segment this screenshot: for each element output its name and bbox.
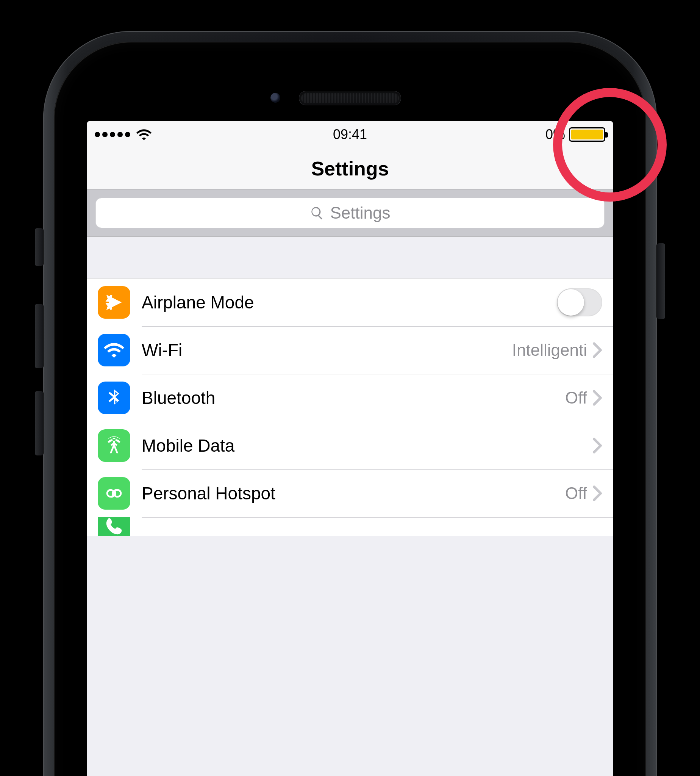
battery-fill bbox=[571, 130, 603, 139]
bluetooth-icon bbox=[98, 382, 130, 414]
row-label: Airplane Mode bbox=[142, 292, 557, 313]
search-icon bbox=[310, 206, 324, 220]
row-value: Off bbox=[565, 388, 587, 407]
row-label: Bluetooth bbox=[142, 388, 565, 408]
row-label: Mobile Data bbox=[142, 436, 587, 456]
row-bluetooth[interactable]: Bluetooth Off bbox=[87, 374, 613, 422]
cellular-signal-icon bbox=[95, 132, 130, 137]
search-placeholder: Settings bbox=[330, 204, 390, 222]
earpiece-speaker bbox=[299, 91, 401, 105]
settings-list: Airplane Mode Wi-Fi Intelligenti bbox=[87, 279, 613, 536]
status-bar: 09:41 0% bbox=[87, 121, 613, 148]
row-mobile-data[interactable]: Mobile Data bbox=[87, 422, 613, 469]
mute-switch bbox=[35, 228, 43, 266]
antenna-icon bbox=[98, 429, 130, 462]
row-label: Personal Hotspot bbox=[142, 483, 565, 504]
screen: 09:41 0% Settings Settings bbox=[87, 121, 613, 776]
power-button bbox=[657, 243, 665, 319]
nav-header: Settings bbox=[87, 148, 613, 189]
battery-indicator bbox=[569, 127, 605, 142]
chevron-right-icon bbox=[592, 342, 602, 359]
hotspot-icon bbox=[98, 477, 130, 510]
airplane-icon bbox=[98, 286, 130, 319]
airplane-mode-toggle[interactable] bbox=[557, 288, 602, 316]
row-value: Intelligenti bbox=[512, 340, 587, 360]
status-left bbox=[95, 127, 152, 142]
phone-bezel: 09:41 0% Settings Settings bbox=[54, 42, 646, 776]
wifi-icon bbox=[98, 334, 130, 366]
wifi-icon bbox=[137, 127, 152, 142]
row-wifi[interactable]: Wi-Fi Intelligenti bbox=[87, 326, 613, 374]
page-title: Settings bbox=[311, 157, 388, 180]
front-camera bbox=[270, 93, 280, 103]
battery-percentage: 0% bbox=[545, 127, 565, 142]
volume-down-button bbox=[35, 391, 43, 456]
row-personal-hotspot[interactable]: Personal Hotspot Off bbox=[87, 469, 613, 517]
row-label: Wi-Fi bbox=[142, 340, 512, 360]
list-spacer bbox=[87, 237, 613, 279]
volume-up-button bbox=[35, 304, 43, 368]
status-right: 0% bbox=[545, 127, 605, 142]
chevron-right-icon bbox=[592, 389, 602, 406]
chevron-right-icon bbox=[592, 437, 602, 454]
row-carrier[interactable] bbox=[87, 517, 613, 536]
phone-icon bbox=[98, 517, 130, 536]
search-container: Settings bbox=[87, 189, 613, 237]
phone-frame: 09:41 0% Settings Settings bbox=[43, 31, 657, 776]
status-time: 09:41 bbox=[333, 127, 367, 142]
row-value: Off bbox=[565, 484, 587, 503]
toggle-knob bbox=[558, 289, 584, 315]
row-airplane-mode[interactable]: Airplane Mode bbox=[87, 279, 613, 326]
chevron-right-icon bbox=[592, 485, 602, 502]
search-input[interactable]: Settings bbox=[95, 198, 605, 228]
